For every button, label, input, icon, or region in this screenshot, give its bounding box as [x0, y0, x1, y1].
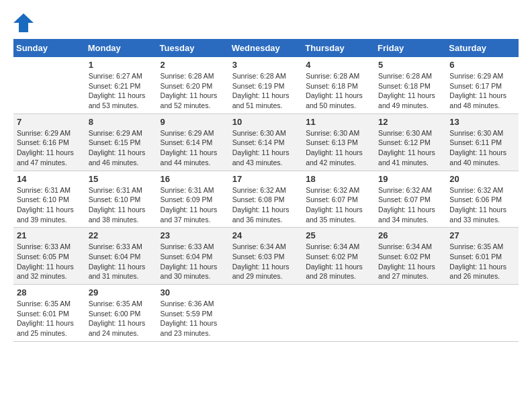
- calendar-cell: 26Sunrise: 6:34 AMSunset: 6:02 PMDayligh…: [375, 228, 446, 285]
- day-info: Sunrise: 6:31 AMSunset: 6:10 PMDaylight:…: [89, 185, 154, 225]
- day-number: 28: [17, 287, 82, 298]
- weekday-header-wednesday: Wednesday: [229, 39, 302, 57]
- day-info: Sunrise: 6:34 AMSunset: 6:03 PMDaylight:…: [232, 242, 299, 281]
- day-number: 9: [161, 117, 226, 127]
- calendar-cell: 4Sunrise: 6:28 AMSunset: 6:18 PMDaylight…: [302, 57, 375, 113]
- week-row-3: 14Sunrise: 6:31 AMSunset: 6:10 PMDayligh…: [13, 171, 519, 228]
- day-info: Sunrise: 6:30 AMSunset: 6:11 PMDaylight:…: [449, 128, 515, 168]
- day-number: 12: [378, 117, 443, 127]
- day-info: Sunrise: 6:35 AMSunset: 6:01 PMDaylight:…: [17, 299, 82, 338]
- calendar-cell: 25Sunrise: 6:34 AMSunset: 6:02 PMDayligh…: [302, 228, 375, 285]
- day-info: Sunrise: 6:29 AMSunset: 6:15 PMDaylight:…: [89, 128, 154, 168]
- day-number: 15: [89, 174, 154, 184]
- day-info: Sunrise: 6:29 AMSunset: 6:16 PMDaylight:…: [17, 128, 82, 168]
- day-number: 2: [161, 60, 226, 70]
- day-number: 20: [449, 174, 515, 184]
- day-number: 1: [89, 60, 154, 70]
- day-number: 10: [232, 117, 299, 127]
- calendar-cell: 22Sunrise: 6:33 AMSunset: 6:04 PMDayligh…: [85, 228, 157, 285]
- weekday-header-tuesday: Tuesday: [157, 39, 229, 57]
- day-number: 7: [17, 117, 82, 127]
- day-info: Sunrise: 6:27 AMSunset: 6:21 PMDaylight:…: [89, 71, 154, 111]
- weekday-header-thursday: Thursday: [302, 39, 375, 57]
- day-number: 13: [449, 117, 515, 127]
- day-number: 8: [89, 117, 154, 127]
- day-info: Sunrise: 6:33 AMSunset: 6:04 PMDaylight:…: [89, 242, 154, 281]
- calendar-cell: 30Sunrise: 6:36 AMSunset: 5:59 PMDayligh…: [157, 285, 229, 342]
- calendar-cell: 15Sunrise: 6:31 AMSunset: 6:10 PMDayligh…: [85, 171, 157, 228]
- calendar-cell: [229, 285, 302, 342]
- calendar-cell: 12Sunrise: 6:30 AMSunset: 6:12 PMDayligh…: [375, 113, 446, 171]
- day-info: Sunrise: 6:32 AMSunset: 6:06 PMDaylight:…: [449, 185, 515, 225]
- calendar-cell: 28Sunrise: 6:35 AMSunset: 6:01 PMDayligh…: [13, 285, 85, 342]
- day-number: 27: [449, 230, 515, 240]
- day-info: Sunrise: 6:35 AMSunset: 6:00 PMDaylight:…: [89, 299, 154, 338]
- calendar-cell: 13Sunrise: 6:30 AMSunset: 6:11 PMDayligh…: [446, 113, 519, 171]
- calendar-cell: 24Sunrise: 6:34 AMSunset: 6:03 PMDayligh…: [229, 228, 302, 285]
- calendar-cell: 8Sunrise: 6:29 AMSunset: 6:15 PMDaylight…: [85, 113, 157, 171]
- calendar-cell: 2Sunrise: 6:28 AMSunset: 6:20 PMDaylight…: [157, 57, 229, 113]
- calendar-cell: [13, 57, 85, 113]
- day-info: Sunrise: 6:28 AMSunset: 6:19 PMDaylight:…: [232, 71, 299, 111]
- week-row-5: 28Sunrise: 6:35 AMSunset: 6:01 PMDayligh…: [13, 285, 519, 342]
- calendar-cell: 6Sunrise: 6:29 AMSunset: 6:17 PMDaylight…: [446, 57, 519, 113]
- day-number: 6: [449, 60, 515, 70]
- weekday-header-monday: Monday: [85, 39, 157, 57]
- day-number: 16: [161, 174, 226, 184]
- week-row-4: 21Sunrise: 6:33 AMSunset: 6:05 PMDayligh…: [13, 228, 519, 285]
- day-number: 22: [89, 230, 154, 240]
- calendar-cell: 18Sunrise: 6:32 AMSunset: 6:07 PMDayligh…: [302, 171, 375, 228]
- day-info: Sunrise: 6:32 AMSunset: 6:08 PMDaylight:…: [232, 185, 299, 225]
- day-info: Sunrise: 6:30 AMSunset: 6:14 PMDaylight:…: [232, 128, 299, 168]
- day-info: Sunrise: 6:32 AMSunset: 6:07 PMDaylight:…: [306, 185, 371, 225]
- calendar-cell: 19Sunrise: 6:32 AMSunset: 6:07 PMDayligh…: [375, 171, 446, 228]
- weekday-header-saturday: Saturday: [446, 39, 519, 57]
- calendar-cell: 14Sunrise: 6:31 AMSunset: 6:10 PMDayligh…: [13, 171, 85, 228]
- calendar-cell: 27Sunrise: 6:35 AMSunset: 6:01 PMDayligh…: [446, 228, 519, 285]
- day-info: Sunrise: 6:35 AMSunset: 6:01 PMDaylight:…: [449, 242, 515, 281]
- day-info: Sunrise: 6:28 AMSunset: 6:18 PMDaylight:…: [378, 71, 443, 111]
- day-number: 25: [306, 230, 371, 240]
- day-info: Sunrise: 6:33 AMSunset: 6:04 PMDaylight:…: [161, 242, 226, 281]
- calendar-cell: 1Sunrise: 6:27 AMSunset: 6:21 PMDaylight…: [85, 57, 157, 113]
- calendar-cell: 21Sunrise: 6:33 AMSunset: 6:05 PMDayligh…: [13, 228, 85, 285]
- calendar-cell: 20Sunrise: 6:32 AMSunset: 6:06 PMDayligh…: [446, 171, 519, 228]
- logo-icon: [13, 13, 34, 32]
- day-number: 30: [161, 287, 226, 298]
- calendar-cell: 11Sunrise: 6:30 AMSunset: 6:13 PMDayligh…: [302, 113, 375, 171]
- calendar-cell: 9Sunrise: 6:29 AMSunset: 6:14 PMDaylight…: [157, 113, 229, 171]
- day-info: Sunrise: 6:29 AMSunset: 6:14 PMDaylight:…: [161, 128, 226, 168]
- weekday-header-friday: Friday: [375, 39, 446, 57]
- calendar-table: SundayMondayTuesdayWednesdayThursdayFrid…: [13, 39, 519, 342]
- day-number: 14: [17, 174, 82, 184]
- day-number: 5: [378, 60, 443, 70]
- day-number: 24: [232, 230, 299, 240]
- week-row-2: 7Sunrise: 6:29 AMSunset: 6:16 PMDaylight…: [13, 113, 519, 171]
- calendar-cell: [302, 285, 375, 342]
- day-info: Sunrise: 6:29 AMSunset: 6:17 PMDaylight:…: [449, 71, 515, 111]
- day-number: 23: [161, 230, 226, 240]
- calendar-cell: 7Sunrise: 6:29 AMSunset: 6:16 PMDaylight…: [13, 113, 85, 171]
- day-info: Sunrise: 6:32 AMSunset: 6:07 PMDaylight:…: [378, 185, 443, 225]
- svg-marker-0: [13, 13, 34, 32]
- day-info: Sunrise: 6:31 AMSunset: 6:09 PMDaylight:…: [161, 185, 226, 225]
- day-number: 17: [232, 174, 299, 184]
- page-header: [13, 13, 519, 32]
- day-info: Sunrise: 6:30 AMSunset: 6:13 PMDaylight:…: [306, 128, 371, 168]
- day-number: 11: [306, 117, 371, 127]
- day-info: Sunrise: 6:31 AMSunset: 6:10 PMDaylight:…: [17, 185, 82, 225]
- weekday-header-row: SundayMondayTuesdayWednesdayThursdayFrid…: [13, 39, 519, 57]
- day-number: 4: [306, 60, 371, 70]
- calendar-cell: [375, 285, 446, 342]
- day-number: 18: [306, 174, 371, 184]
- day-number: 29: [89, 287, 154, 298]
- day-info: Sunrise: 6:34 AMSunset: 6:02 PMDaylight:…: [378, 242, 443, 281]
- weekday-header-sunday: Sunday: [13, 39, 85, 57]
- day-number: 26: [378, 230, 443, 240]
- calendar-cell: 16Sunrise: 6:31 AMSunset: 6:09 PMDayligh…: [157, 171, 229, 228]
- week-row-1: 1Sunrise: 6:27 AMSunset: 6:21 PMDaylight…: [13, 57, 519, 113]
- logo: [13, 13, 36, 32]
- day-info: Sunrise: 6:30 AMSunset: 6:12 PMDaylight:…: [378, 128, 443, 168]
- day-info: Sunrise: 6:34 AMSunset: 6:02 PMDaylight:…: [306, 242, 371, 281]
- calendar-cell: [446, 285, 519, 342]
